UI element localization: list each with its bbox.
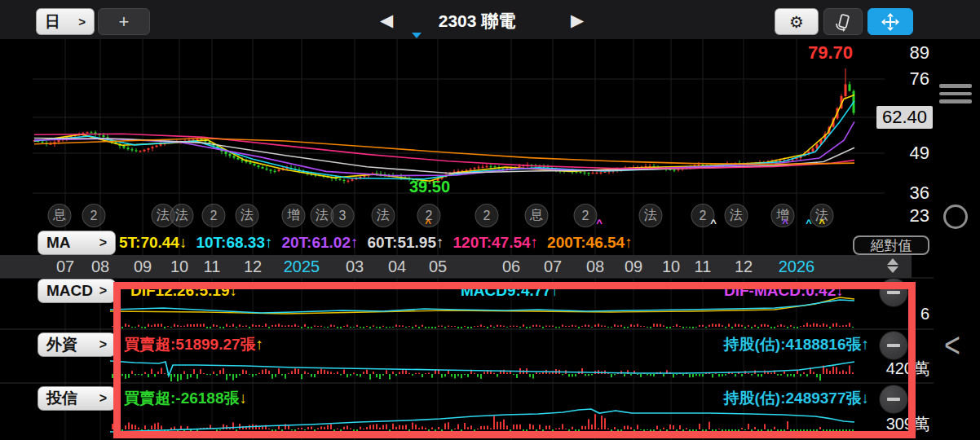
ma-value: 120T:47.54↑ bbox=[453, 234, 539, 252]
trust-settings-button[interactable]: 投信 > bbox=[38, 386, 116, 411]
alert-caret-icon: ^ bbox=[819, 217, 825, 229]
chevron-right-icon: > bbox=[99, 391, 107, 406]
period-label: 日 bbox=[45, 11, 60, 33]
date-axis-month-label: 10 bbox=[662, 257, 680, 276]
event-badge[interactable]: 2 bbox=[82, 204, 106, 227]
macd-settings-button[interactable]: MACD > bbox=[38, 279, 116, 303]
date-axis-year-label: 2026 bbox=[779, 257, 815, 276]
alert-caret-icon: ^ bbox=[710, 217, 717, 229]
annotation-rectangle bbox=[113, 282, 916, 438]
chevron-right-icon: > bbox=[99, 235, 107, 250]
plus-icon: + bbox=[119, 11, 130, 33]
price-axis-label: 49 bbox=[910, 143, 929, 164]
menu-icon[interactable] bbox=[939, 84, 972, 108]
fullscreen-button[interactable] bbox=[867, 8, 913, 35]
date-axis-month-label: 03 bbox=[346, 257, 364, 276]
event-badge[interactable]: 息 bbox=[525, 204, 549, 227]
triangle-up-icon bbox=[887, 258, 898, 265]
event-badge[interactable]: 增 bbox=[282, 204, 306, 227]
event-badge[interactable]: 法 bbox=[170, 204, 194, 227]
date-axis-month-label: 08 bbox=[91, 257, 109, 276]
add-indicator-button[interactable]: + bbox=[98, 8, 150, 35]
date-axis-month-label: 11 bbox=[204, 257, 221, 276]
settings-button[interactable]: ⚙ bbox=[775, 8, 819, 35]
next-stock-arrow[interactable]: ▶ bbox=[571, 11, 584, 30]
period-low-label: 39.50 bbox=[409, 178, 450, 196]
absolute-value-toggle[interactable]: 絕對值 bbox=[853, 235, 929, 255]
alert-caret-icon: ^ bbox=[596, 217, 603, 229]
date-axis-month-label: 06 bbox=[502, 257, 520, 276]
event-badge[interactable]: 法 bbox=[725, 204, 748, 227]
date-axis-month-label: 07 bbox=[56, 257, 74, 276]
ma-values-row: 5T:70.44↓10T:68.33↑20T:61.02↑60T:51.95↑1… bbox=[119, 231, 633, 255]
ma-value: 200T:46.54↑ bbox=[547, 234, 633, 252]
event-badge[interactable]: 2 bbox=[574, 204, 598, 227]
chevron-right-icon: > bbox=[99, 337, 107, 352]
stock-title[interactable]: 2303 聯電 bbox=[383, 10, 571, 33]
trust-button-label: 投信 bbox=[46, 388, 77, 409]
period-selector-button[interactable]: 日> bbox=[36, 8, 95, 35]
date-axis-month-label: 08 bbox=[586, 257, 604, 276]
triangle-down-icon bbox=[887, 266, 898, 273]
date-axis-month-label: 09 bbox=[625, 257, 642, 276]
foreign-button-label: 外資 bbox=[46, 334, 77, 355]
chevron-right-icon: > bbox=[99, 284, 107, 298]
current-price-label: 62.40 bbox=[876, 106, 933, 129]
chevron-left-icon[interactable]: < bbox=[944, 325, 960, 365]
alert-caret-icon: ^ bbox=[782, 217, 788, 229]
ma-value: 10T:68.33↑ bbox=[196, 234, 272, 252]
date-axis-month-label: 12 bbox=[735, 257, 753, 276]
stock-chart-app: 日> + ◀ 2303 聯電 ▶ ⚙ 79.70 39.50 89 bbox=[0, 0, 980, 440]
ma-value: 60T:51.95↑ bbox=[367, 234, 444, 252]
ma-settings-button[interactable]: MA > bbox=[38, 231, 116, 255]
date-axis-month-label: 04 bbox=[388, 257, 406, 276]
alert-caret-icon: ^ bbox=[806, 217, 812, 229]
chevron-right-icon: > bbox=[78, 15, 86, 29]
expand-arrows-icon bbox=[881, 12, 900, 32]
alert-caret-icon: ^ bbox=[425, 217, 431, 229]
ma-value: 5T:70.44↓ bbox=[119, 234, 187, 252]
date-axis-month-label: 09 bbox=[134, 257, 152, 276]
date-axis-month-label: 12 bbox=[244, 257, 262, 276]
event-badge[interactable]: 法 bbox=[236, 204, 259, 227]
page-indicator-icon[interactable] bbox=[943, 205, 968, 229]
gear-icon: ⚙ bbox=[789, 12, 804, 32]
foreign-settings-button[interactable]: 外資 > bbox=[38, 332, 116, 357]
event-badge[interactable]: 息 bbox=[48, 204, 72, 227]
price-axis-label: 76 bbox=[910, 68, 929, 90]
date-axis-month-label: 11 bbox=[695, 257, 712, 276]
event-badge[interactable]: 法 bbox=[372, 204, 395, 227]
event-badge[interactable]: 2 bbox=[475, 204, 499, 227]
event-badge[interactable]: 2 bbox=[202, 204, 226, 227]
date-axis-year-label: 2025 bbox=[284, 257, 320, 276]
event-badge[interactable]: 3 bbox=[331, 204, 355, 227]
date-axis-scale-control[interactable] bbox=[887, 258, 898, 273]
top-bar: 日> + ◀ 2303 聯電 ▶ ⚙ bbox=[0, 0, 980, 39]
event-badge[interactable]: 法 bbox=[639, 204, 663, 227]
rotate-screen-button[interactable] bbox=[823, 8, 863, 35]
date-axis-month-label: 07 bbox=[544, 257, 562, 276]
period-high-label: 79.70 bbox=[808, 42, 853, 64]
rotate-phone-icon bbox=[833, 12, 853, 32]
ma-button-label: MA bbox=[46, 234, 71, 252]
price-axis-label: 23 bbox=[910, 205, 929, 227]
date-axis-month-label: 05 bbox=[429, 257, 447, 276]
ma-value: 20T:61.02↑ bbox=[281, 234, 358, 252]
title-dropdown-caret-icon bbox=[412, 33, 422, 38]
macd-button-label: MACD bbox=[46, 282, 93, 300]
price-axis-label: 36 bbox=[910, 183, 929, 204]
date-axis-month-label: 10 bbox=[170, 257, 188, 276]
price-axis-label: 89 bbox=[910, 42, 929, 64]
macd-axis-label: 6 bbox=[920, 305, 929, 323]
